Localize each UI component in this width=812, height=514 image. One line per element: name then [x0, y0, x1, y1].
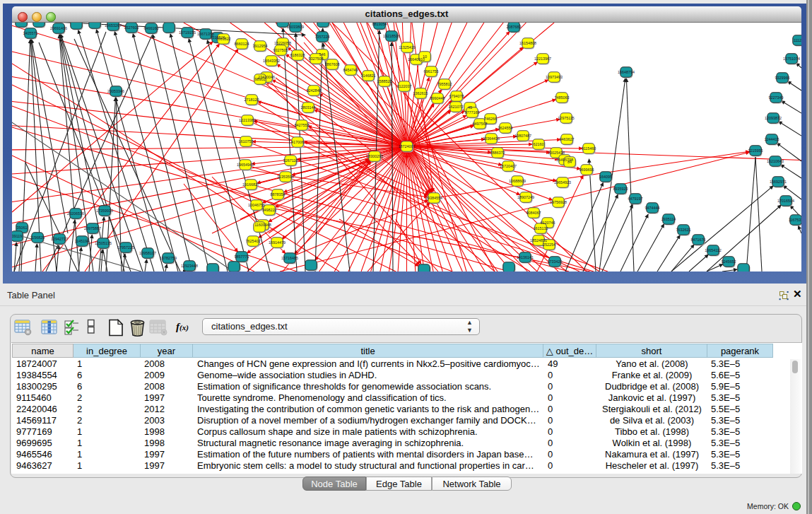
- svg-text:11609948: 11609948: [254, 223, 271, 227]
- svg-text:12093872: 12093872: [765, 116, 782, 120]
- svg-text:6479197: 6479197: [628, 197, 643, 201]
- svg-text:3267110: 3267110: [283, 158, 298, 163]
- svg-text:16782759: 16782759: [160, 256, 177, 260]
- svg-text:2867608: 2867608: [325, 62, 340, 66]
- svg-text:14136141: 14136141: [517, 255, 534, 259]
- svg-text:252254: 252254: [543, 243, 555, 247]
- svg-text:20975887: 20975887: [84, 226, 101, 230]
- svg-text:16543352: 16543352: [263, 59, 280, 63]
- svg-text:19756928: 19756928: [550, 200, 567, 204]
- svg-text:9146821: 9146821: [361, 74, 376, 78]
- svg-text:8471676: 8471676: [691, 238, 706, 242]
- svg-text:9327508: 9327508: [309, 57, 324, 61]
- svg-text:16648794: 16648794: [618, 70, 635, 74]
- svg-text:10973493: 10973493: [546, 75, 563, 79]
- svg-text:16914479: 16914479: [269, 240, 286, 245]
- svg-text:8813054: 8813054: [372, 23, 387, 26]
- svg-text:2087682: 2087682: [507, 25, 522, 29]
- svg-text:8660124: 8660124: [235, 42, 249, 46]
- svg-text:3215955: 3215955: [748, 148, 763, 153]
- svg-text:164095: 164095: [599, 175, 612, 179]
- svg-text:2718120: 2718120: [245, 98, 259, 102]
- svg-text:11124: 11124: [794, 38, 801, 42]
- svg-text:20053346: 20053346: [107, 89, 124, 93]
- svg-text:19166827: 19166827: [242, 182, 259, 187]
- svg-text:6794078: 6794078: [449, 94, 464, 98]
- svg-text:10807487: 10807487: [514, 134, 531, 138]
- svg-text:10653267: 10653267: [105, 23, 122, 28]
- svg-text:8935923: 8935923: [613, 187, 628, 191]
- svg-text:7632621: 7632621: [676, 228, 691, 232]
- svg-text:10: 10: [423, 54, 427, 59]
- svg-text:17016504: 17016504: [777, 199, 794, 203]
- svg-text:9857771: 9857771: [235, 255, 249, 259]
- svg-text:6497568: 6497568: [473, 122, 488, 126]
- svg-text:16154808: 16154808: [519, 41, 536, 45]
- svg-text:9115460: 9115460: [582, 146, 596, 151]
- svg-text:10958107: 10958107: [139, 251, 156, 255]
- svg-text:20206536: 20206536: [67, 211, 84, 216]
- svg-text:1733426: 1733426: [548, 259, 563, 264]
- svg-text:8186328: 8186328: [290, 53, 305, 57]
- svg-text:7955812: 7955812: [437, 82, 452, 86]
- svg-text:35061: 35061: [17, 226, 28, 230]
- svg-text:6961755: 6961755: [424, 69, 439, 74]
- svg-text:45: 45: [468, 105, 472, 110]
- svg-text:9227349: 9227349: [769, 95, 784, 100]
- svg-text:19218506: 19218506: [383, 34, 400, 38]
- svg-text:10719155: 10719155: [179, 30, 196, 35]
- svg-text:1588520: 1588520: [377, 79, 392, 83]
- svg-text:1244415: 1244415: [765, 137, 779, 141]
- svg-text:19384554: 19384554: [425, 196, 442, 200]
- svg-text:12213383: 12213383: [239, 118, 256, 122]
- svg-text:20691406: 20691406: [50, 26, 67, 30]
- svg-text:9463627: 9463627: [560, 137, 575, 141]
- svg-text:1156829: 1156829: [30, 235, 45, 240]
- svg-text:746266: 746266: [484, 117, 497, 121]
- svg-text:3912954: 3912954: [253, 44, 268, 48]
- svg-text:62160: 62160: [534, 142, 544, 146]
- svg-text:11325419: 11325419: [399, 45, 416, 49]
- svg-text:2803144: 2803144: [301, 105, 316, 110]
- svg-text:19654923: 19654923: [554, 180, 571, 185]
- svg-text:6466160: 6466160: [144, 26, 159, 30]
- svg-text:10688609: 10688609: [509, 179, 526, 183]
- svg-text:8427552: 8427552: [295, 123, 310, 127]
- svg-text:7485063: 7485063: [555, 95, 570, 100]
- svg-text:98902: 98902: [255, 77, 266, 81]
- svg-text:1615132: 1615132: [534, 226, 548, 230]
- svg-text:18724007: 18724007: [399, 144, 416, 148]
- svg-text:15751074: 15751074: [783, 57, 800, 61]
- svg-text:6120746: 6120746: [541, 221, 555, 225]
- svg-text:417006: 417006: [291, 140, 304, 144]
- svg-text:1167533: 1167533: [789, 218, 801, 222]
- svg-text:1405571: 1405571: [23, 31, 38, 35]
- svg-text:7357224: 7357224: [315, 35, 330, 39]
- svg-text:12923448: 12923448: [181, 264, 198, 268]
- svg-text:9327505: 9327505: [273, 48, 288, 52]
- svg-text:16033809: 16033809: [287, 25, 304, 29]
- svg-text:1610755: 1610755: [239, 139, 254, 144]
- svg-text:10025438: 10025438: [548, 151, 565, 155]
- svg-text:8454749: 8454749: [343, 68, 358, 72]
- svg-text:9474444: 9474444: [645, 206, 660, 210]
- svg-text:9084067: 9084067: [526, 211, 541, 215]
- svg-text:12975115: 12975115: [558, 116, 575, 120]
- svg-text:7625402: 7625402: [246, 239, 261, 243]
- svg-text:12213967: 12213967: [534, 57, 551, 61]
- svg-text:10046756: 10046756: [248, 203, 265, 207]
- svg-text:1621072: 1621072: [449, 105, 464, 109]
- svg-text:3498222: 3498222: [262, 208, 277, 212]
- svg-text:12942737: 12942737: [51, 237, 68, 241]
- svg-text:15720407: 15720407: [500, 164, 517, 168]
- svg-text:9242848: 9242848: [307, 88, 322, 93]
- svg-text:7663822: 7663822: [216, 37, 231, 41]
- svg-text:9777169: 9777169: [465, 110, 480, 115]
- svg-text:1527602: 1527602: [124, 25, 139, 30]
- svg-text:9245652: 9245652: [722, 259, 736, 264]
- svg-text:16210643: 16210643: [767, 159, 784, 163]
- svg-text:12505135: 12505135: [95, 241, 112, 245]
- svg-text:18300295: 18300295: [366, 154, 383, 158]
- svg-text:17359936: 17359936: [96, 209, 113, 213]
- svg-text:2935114: 2935114: [661, 217, 676, 221]
